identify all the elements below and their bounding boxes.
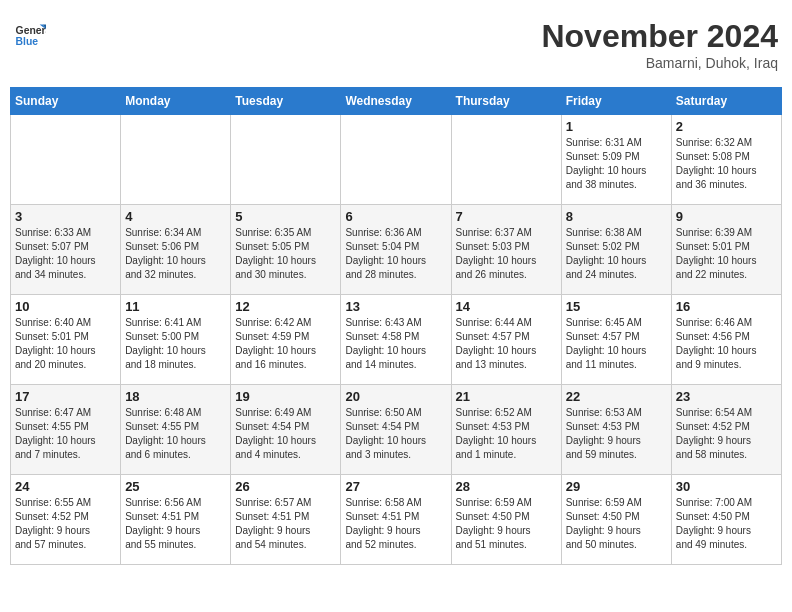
calendar-body: 1Sunrise: 6:31 AM Sunset: 5:09 PM Daylig… <box>11 115 782 565</box>
weekday-header-wednesday: Wednesday <box>341 88 451 115</box>
day-info: Sunrise: 6:40 AM Sunset: 5:01 PM Dayligh… <box>15 316 116 372</box>
calendar-cell: 12Sunrise: 6:42 AM Sunset: 4:59 PM Dayli… <box>231 295 341 385</box>
day-info: Sunrise: 6:52 AM Sunset: 4:53 PM Dayligh… <box>456 406 557 462</box>
day-info: Sunrise: 6:55 AM Sunset: 4:52 PM Dayligh… <box>15 496 116 552</box>
calendar-cell <box>451 115 561 205</box>
day-number: 5 <box>235 209 336 224</box>
calendar-cell: 24Sunrise: 6:55 AM Sunset: 4:52 PM Dayli… <box>11 475 121 565</box>
day-info: Sunrise: 6:59 AM Sunset: 4:50 PM Dayligh… <box>566 496 667 552</box>
day-number: 4 <box>125 209 226 224</box>
day-number: 24 <box>15 479 116 494</box>
calendar-cell <box>341 115 451 205</box>
day-info: Sunrise: 7:00 AM Sunset: 4:50 PM Dayligh… <box>676 496 777 552</box>
day-info: Sunrise: 6:43 AM Sunset: 4:58 PM Dayligh… <box>345 316 446 372</box>
week-row-3: 10Sunrise: 6:40 AM Sunset: 5:01 PM Dayli… <box>11 295 782 385</box>
calendar-cell: 1Sunrise: 6:31 AM Sunset: 5:09 PM Daylig… <box>561 115 671 205</box>
day-info: Sunrise: 6:32 AM Sunset: 5:08 PM Dayligh… <box>676 136 777 192</box>
calendar-cell: 20Sunrise: 6:50 AM Sunset: 4:54 PM Dayli… <box>341 385 451 475</box>
day-info: Sunrise: 6:59 AM Sunset: 4:50 PM Dayligh… <box>456 496 557 552</box>
day-info: Sunrise: 6:34 AM Sunset: 5:06 PM Dayligh… <box>125 226 226 282</box>
day-number: 14 <box>456 299 557 314</box>
calendar-cell: 4Sunrise: 6:34 AM Sunset: 5:06 PM Daylig… <box>121 205 231 295</box>
weekday-header-saturday: Saturday <box>671 88 781 115</box>
day-number: 9 <box>676 209 777 224</box>
weekday-header-thursday: Thursday <box>451 88 561 115</box>
day-info: Sunrise: 6:48 AM Sunset: 4:55 PM Dayligh… <box>125 406 226 462</box>
title-area: November 2024 Bamarni, Duhok, Iraq <box>541 18 778 71</box>
day-info: Sunrise: 6:45 AM Sunset: 4:57 PM Dayligh… <box>566 316 667 372</box>
calendar-cell: 25Sunrise: 6:56 AM Sunset: 4:51 PM Dayli… <box>121 475 231 565</box>
day-number: 7 <box>456 209 557 224</box>
day-number: 2 <box>676 119 777 134</box>
day-number: 17 <box>15 389 116 404</box>
calendar-cell: 21Sunrise: 6:52 AM Sunset: 4:53 PM Dayli… <box>451 385 561 475</box>
weekday-header-sunday: Sunday <box>11 88 121 115</box>
day-info: Sunrise: 6:44 AM Sunset: 4:57 PM Dayligh… <box>456 316 557 372</box>
day-info: Sunrise: 6:33 AM Sunset: 5:07 PM Dayligh… <box>15 226 116 282</box>
day-info: Sunrise: 6:46 AM Sunset: 4:56 PM Dayligh… <box>676 316 777 372</box>
day-info: Sunrise: 6:53 AM Sunset: 4:53 PM Dayligh… <box>566 406 667 462</box>
calendar-cell <box>121 115 231 205</box>
day-info: Sunrise: 6:38 AM Sunset: 5:02 PM Dayligh… <box>566 226 667 282</box>
week-row-5: 24Sunrise: 6:55 AM Sunset: 4:52 PM Dayli… <box>11 475 782 565</box>
calendar-cell: 11Sunrise: 6:41 AM Sunset: 5:00 PM Dayli… <box>121 295 231 385</box>
month-title: November 2024 <box>541 18 778 55</box>
day-info: Sunrise: 6:42 AM Sunset: 4:59 PM Dayligh… <box>235 316 336 372</box>
day-number: 8 <box>566 209 667 224</box>
day-number: 6 <box>345 209 446 224</box>
calendar-cell: 3Sunrise: 6:33 AM Sunset: 5:07 PM Daylig… <box>11 205 121 295</box>
day-info: Sunrise: 6:56 AM Sunset: 4:51 PM Dayligh… <box>125 496 226 552</box>
day-info: Sunrise: 6:50 AM Sunset: 4:54 PM Dayligh… <box>345 406 446 462</box>
day-info: Sunrise: 6:36 AM Sunset: 5:04 PM Dayligh… <box>345 226 446 282</box>
calendar-cell: 23Sunrise: 6:54 AM Sunset: 4:52 PM Dayli… <box>671 385 781 475</box>
weekday-header-friday: Friday <box>561 88 671 115</box>
day-number: 16 <box>676 299 777 314</box>
calendar-cell <box>231 115 341 205</box>
day-info: Sunrise: 6:54 AM Sunset: 4:52 PM Dayligh… <box>676 406 777 462</box>
calendar-cell: 16Sunrise: 6:46 AM Sunset: 4:56 PM Dayli… <box>671 295 781 385</box>
calendar-cell: 7Sunrise: 6:37 AM Sunset: 5:03 PM Daylig… <box>451 205 561 295</box>
calendar-cell: 18Sunrise: 6:48 AM Sunset: 4:55 PM Dayli… <box>121 385 231 475</box>
calendar-cell: 2Sunrise: 6:32 AM Sunset: 5:08 PM Daylig… <box>671 115 781 205</box>
svg-text:General: General <box>16 25 46 36</box>
calendar-cell: 13Sunrise: 6:43 AM Sunset: 4:58 PM Dayli… <box>341 295 451 385</box>
day-number: 11 <box>125 299 226 314</box>
header: General Blue November 2024 Bamarni, Duho… <box>10 10 782 79</box>
calendar-cell: 30Sunrise: 7:00 AM Sunset: 4:50 PM Dayli… <box>671 475 781 565</box>
calendar-cell: 10Sunrise: 6:40 AM Sunset: 5:01 PM Dayli… <box>11 295 121 385</box>
day-number: 10 <box>15 299 116 314</box>
calendar-cell: 8Sunrise: 6:38 AM Sunset: 5:02 PM Daylig… <box>561 205 671 295</box>
calendar-cell: 5Sunrise: 6:35 AM Sunset: 5:05 PM Daylig… <box>231 205 341 295</box>
day-number: 19 <box>235 389 336 404</box>
calendar-cell: 15Sunrise: 6:45 AM Sunset: 4:57 PM Dayli… <box>561 295 671 385</box>
location-title: Bamarni, Duhok, Iraq <box>541 55 778 71</box>
day-info: Sunrise: 6:39 AM Sunset: 5:01 PM Dayligh… <box>676 226 777 282</box>
day-number: 25 <box>125 479 226 494</box>
day-info: Sunrise: 6:41 AM Sunset: 5:00 PM Dayligh… <box>125 316 226 372</box>
day-number: 1 <box>566 119 667 134</box>
day-number: 27 <box>345 479 446 494</box>
day-number: 29 <box>566 479 667 494</box>
weekday-header-tuesday: Tuesday <box>231 88 341 115</box>
day-number: 15 <box>566 299 667 314</box>
day-info: Sunrise: 6:35 AM Sunset: 5:05 PM Dayligh… <box>235 226 336 282</box>
day-info: Sunrise: 6:58 AM Sunset: 4:51 PM Dayligh… <box>345 496 446 552</box>
calendar-cell <box>11 115 121 205</box>
calendar-cell: 9Sunrise: 6:39 AM Sunset: 5:01 PM Daylig… <box>671 205 781 295</box>
day-info: Sunrise: 6:31 AM Sunset: 5:09 PM Dayligh… <box>566 136 667 192</box>
day-number: 3 <box>15 209 116 224</box>
day-number: 23 <box>676 389 777 404</box>
day-number: 28 <box>456 479 557 494</box>
day-number: 21 <box>456 389 557 404</box>
day-number: 12 <box>235 299 336 314</box>
week-row-4: 17Sunrise: 6:47 AM Sunset: 4:55 PM Dayli… <box>11 385 782 475</box>
day-number: 30 <box>676 479 777 494</box>
day-info: Sunrise: 6:47 AM Sunset: 4:55 PM Dayligh… <box>15 406 116 462</box>
day-info: Sunrise: 6:49 AM Sunset: 4:54 PM Dayligh… <box>235 406 336 462</box>
calendar-cell: 26Sunrise: 6:57 AM Sunset: 4:51 PM Dayli… <box>231 475 341 565</box>
day-number: 26 <box>235 479 336 494</box>
logo: General Blue <box>14 18 46 50</box>
day-number: 20 <box>345 389 446 404</box>
week-row-1: 1Sunrise: 6:31 AM Sunset: 5:09 PM Daylig… <box>11 115 782 205</box>
calendar-cell: 14Sunrise: 6:44 AM Sunset: 4:57 PM Dayli… <box>451 295 561 385</box>
